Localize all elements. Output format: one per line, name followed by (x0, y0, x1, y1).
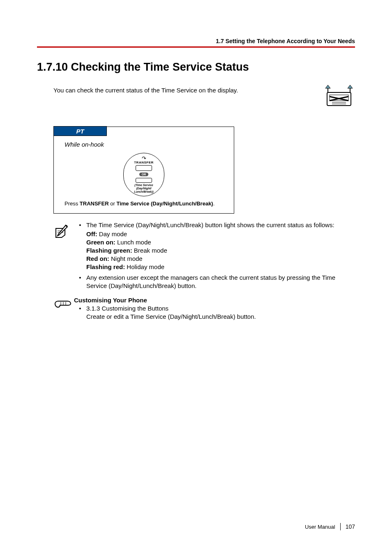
off-label: Off: (86, 230, 97, 237)
flashr-text: Holiday mode (125, 263, 164, 270)
transfer-key-label: TRANSFER (134, 161, 154, 164)
green-label: Green on: (86, 239, 115, 246)
phone-display-icon (323, 84, 355, 110)
press-suffix: . (213, 200, 215, 207)
button-choice-group: ↷ TRANSFER OR (Time Service (Day/Night/ … (123, 153, 164, 196)
note-bullet-1: The Time Service (Day/Night/Lunch/Break)… (86, 221, 334, 229)
transfer-arrow-icon: ↷ (142, 157, 146, 161)
svg-marker-5 (348, 85, 353, 88)
press-mid: or (109, 200, 117, 207)
status-flashing-red: Flashing red: Holiday mode (86, 263, 355, 271)
status-red: Red on: Night mode (86, 255, 355, 263)
customising-bullet-link: 3.1.3 Customising the Buttons (86, 304, 168, 313)
time-service-key-label-1: (Time Service (134, 184, 153, 187)
pt-procedure-box: PT While on-hook ↷ TRANSFER OR (Time Ser… (53, 127, 234, 214)
press-prefix: Press (65, 200, 80, 207)
flashr-label: Flashing red: (86, 263, 125, 270)
footer-label: User Manual (305, 524, 335, 530)
customising-heading: Customising Your Phone (74, 296, 355, 304)
time-service-key-label-3: Lunch/Break)) (134, 190, 153, 193)
or-pill: OR (139, 173, 149, 176)
note-icon (53, 221, 74, 291)
off-text: Day mode (97, 230, 127, 237)
time-service-key-icon (136, 178, 152, 183)
footer-page-number: 107 (346, 523, 355, 530)
status-green: Green on: Lunch mode (86, 238, 355, 246)
green-text: Lunch mode (115, 239, 151, 246)
pt-tab: PT (53, 126, 107, 136)
status-off: Off: Day mode (86, 230, 355, 238)
time-service-key-label-2: (Day/Night/ (136, 187, 152, 190)
status-flashing-green: Flashing green: Break mode (86, 246, 355, 255)
customising-subline: Create or edit a Time Service (Day/Night… (86, 313, 355, 321)
page-footer: User Manual 107 (305, 523, 355, 530)
bullet-dot: • (74, 221, 86, 229)
svg-point-12 (66, 225, 67, 227)
note-bullet-2: Any extension user except the managers c… (86, 274, 355, 290)
header-divider (37, 46, 355, 48)
intro-text: You can check the current status of the … (53, 84, 238, 94)
footer-divider (340, 523, 341, 530)
red-label: Red on: (86, 255, 109, 262)
flashg-text: Break mode (132, 247, 167, 254)
red-text: Night mode (109, 255, 143, 262)
svg-marker-4 (325, 85, 330, 88)
pointing-hand-icon (53, 296, 74, 321)
bullet-dot: • (74, 274, 86, 290)
transfer-key-icon (136, 165, 152, 171)
flashg-label: Flashing green: (86, 247, 132, 254)
page-header-breadcrumb: 1.7 Setting the Telephone According to Y… (216, 38, 355, 44)
bullet-dot: • (74, 304, 86, 313)
press-instruction: Press TRANSFER or Time Service (Day/Nigh… (65, 200, 226, 207)
press-time-service-bold: Time Service (Day/Night/Lunch/Break) (116, 200, 213, 207)
section-title: 1.7.10 Checking the Time Service Status (37, 61, 249, 74)
on-hook-label: While on-hook (65, 141, 226, 148)
press-transfer-bold: TRANSFER (80, 200, 109, 207)
